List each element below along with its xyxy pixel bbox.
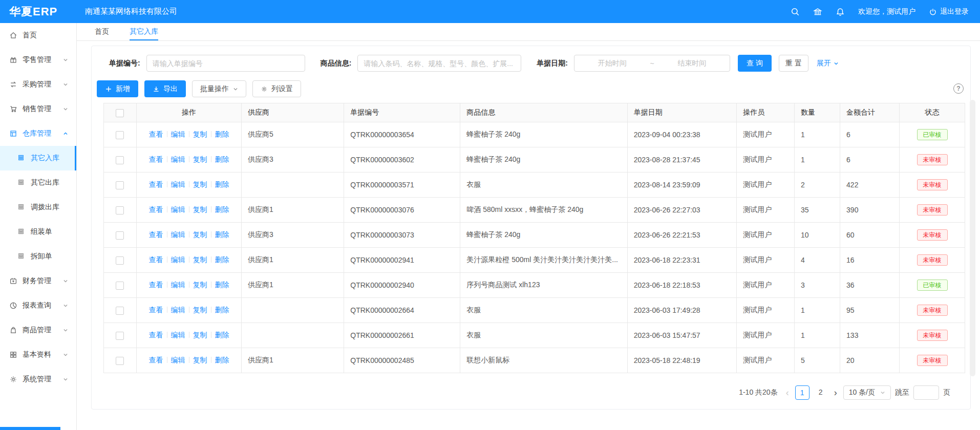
- batch-actions-button[interactable]: 批量操作: [192, 80, 246, 97]
- delete-link[interactable]: 删除: [215, 130, 229, 138]
- status-badge[interactable]: 未审核: [917, 154, 948, 165]
- date-range-input[interactable]: 开始时间 ~ 结束时间: [574, 55, 730, 72]
- status-badge[interactable]: 未审核: [917, 254, 948, 266]
- view-link[interactable]: 查看: [149, 230, 163, 239]
- sidebar-subitem-other-outbound[interactable]: 其它出库: [0, 170, 76, 195]
- row-checkbox[interactable]: [116, 231, 124, 240]
- edit-link[interactable]: 编辑: [171, 155, 185, 163]
- status-badge[interactable]: 未审核: [917, 229, 948, 241]
- sidebar-subitem-assembly[interactable]: 组装单: [0, 220, 76, 244]
- edit-link[interactable]: 编辑: [171, 230, 185, 239]
- row-checkbox[interactable]: [116, 332, 124, 340]
- expand-link[interactable]: 展开: [817, 59, 839, 68]
- copy-link[interactable]: 复制: [193, 130, 207, 138]
- status-badge[interactable]: 未审核: [917, 305, 948, 316]
- view-link[interactable]: 查看: [149, 155, 163, 163]
- delete-link[interactable]: 删除: [215, 306, 229, 314]
- edit-link[interactable]: 编辑: [171, 356, 185, 364]
- copy-link[interactable]: 复制: [193, 205, 207, 213]
- edit-link[interactable]: 编辑: [171, 331, 185, 339]
- edit-link[interactable]: 编辑: [171, 205, 185, 213]
- search-icon[interactable]: [791, 7, 800, 16]
- edit-link[interactable]: 编辑: [171, 130, 185, 138]
- view-link[interactable]: 查看: [149, 130, 163, 138]
- prev-page-button[interactable]: ‹: [784, 386, 791, 399]
- bill-no-input[interactable]: [146, 55, 305, 72]
- sidebar-subitem-other-inbound[interactable]: 其它入库: [0, 146, 76, 170]
- row-checkbox[interactable]: [116, 256, 124, 265]
- delete-link[interactable]: 删除: [215, 180, 229, 188]
- product-info-input[interactable]: [357, 55, 521, 72]
- edit-link[interactable]: 编辑: [171, 180, 185, 188]
- status-badge[interactable]: 未审核: [917, 179, 948, 190]
- bell-icon[interactable]: [836, 7, 845, 16]
- add-button[interactable]: 新增: [97, 80, 138, 97]
- select-all-checkbox[interactable]: [116, 109, 124, 117]
- copy-link[interactable]: 复制: [193, 331, 207, 339]
- page-button-1[interactable]: 1: [795, 385, 809, 400]
- row-checkbox[interactable]: [116, 156, 124, 164]
- view-link[interactable]: 查看: [149, 205, 163, 213]
- copy-link[interactable]: 复制: [193, 281, 207, 289]
- delete-link[interactable]: 删除: [215, 230, 229, 239]
- sidebar-item-finance[interactable]: 财务管理: [0, 269, 76, 293]
- table-scrollbar[interactable]: [970, 100, 975, 376]
- sidebar-item-warehouse[interactable]: 仓库管理: [0, 121, 76, 146]
- row-checkbox[interactable]: [116, 357, 124, 365]
- row-checkbox[interactable]: [116, 282, 124, 290]
- delete-link[interactable]: 删除: [215, 205, 229, 213]
- export-button[interactable]: 导出: [144, 80, 186, 97]
- view-link[interactable]: 查看: [149, 180, 163, 188]
- sidebar-item-sales[interactable]: 销售管理: [0, 97, 76, 121]
- delete-link[interactable]: 删除: [215, 155, 229, 163]
- view-link[interactable]: 查看: [149, 356, 163, 364]
- view-link[interactable]: 查看: [149, 281, 163, 289]
- copy-link[interactable]: 复制: [193, 230, 207, 239]
- logout-button[interactable]: 退出登录: [929, 7, 969, 16]
- sidebar-item-retail[interactable]: 零售管理: [0, 48, 76, 72]
- sidebar-subitem-transfer-outbound[interactable]: 调拨出库: [0, 195, 76, 220]
- reset-button[interactable]: 重 置: [779, 55, 808, 72]
- next-page-button[interactable]: ›: [832, 386, 839, 399]
- delete-link[interactable]: 删除: [215, 281, 229, 289]
- sidebar-item-home[interactable]: 首页: [0, 23, 76, 48]
- sidebar-item-report[interactable]: 报表查询: [0, 293, 76, 318]
- copy-link[interactable]: 复制: [193, 180, 207, 188]
- row-checkbox[interactable]: [116, 181, 124, 189]
- bank-icon[interactable]: [813, 7, 822, 16]
- sidebar-item-system[interactable]: 系统管理: [0, 367, 76, 392]
- delete-link[interactable]: 删除: [215, 356, 229, 364]
- page-size-select[interactable]: 10 条/页: [843, 385, 891, 400]
- sidebar-item-purchase[interactable]: 采购管理: [0, 72, 76, 97]
- status-badge[interactable]: 未审核: [917, 204, 948, 216]
- status-badge[interactable]: 未审核: [917, 355, 948, 366]
- edit-link[interactable]: 编辑: [171, 255, 185, 264]
- sidebar-item-basic[interactable]: 基本资料: [0, 342, 76, 367]
- view-link[interactable]: 查看: [149, 306, 163, 314]
- page-button-2[interactable]: 2: [814, 385, 828, 400]
- jump-page-input[interactable]: [913, 385, 939, 400]
- search-button[interactable]: 查 询: [738, 55, 772, 72]
- view-link[interactable]: 查看: [149, 331, 163, 339]
- copy-link[interactable]: 复制: [193, 255, 207, 264]
- copy-link[interactable]: 复制: [193, 155, 207, 163]
- sidebar-item-goods[interactable]: 商品管理: [0, 318, 76, 342]
- tab-home[interactable]: 首页: [95, 23, 109, 40]
- row-checkbox[interactable]: [116, 206, 124, 214]
- delete-link[interactable]: 删除: [215, 331, 229, 339]
- sidebar-subitem-disassembly[interactable]: 拆卸单: [0, 244, 76, 269]
- view-link[interactable]: 查看: [149, 255, 163, 264]
- copy-link[interactable]: 复制: [193, 356, 207, 364]
- delete-link[interactable]: 删除: [215, 255, 229, 264]
- edit-link[interactable]: 编辑: [171, 306, 185, 314]
- status-badge[interactable]: 已审核: [917, 280, 948, 291]
- edit-link[interactable]: 编辑: [171, 281, 185, 289]
- row-checkbox[interactable]: [116, 307, 124, 315]
- help-icon[interactable]: ?: [953, 83, 964, 94]
- column-settings-button[interactable]: 列设置: [252, 80, 301, 97]
- copy-link[interactable]: 复制: [193, 306, 207, 314]
- tab-other-inbound[interactable]: 其它入库: [130, 23, 158, 40]
- row-checkbox[interactable]: [116, 131, 124, 139]
- status-badge[interactable]: 未审核: [917, 330, 948, 341]
- welcome-user[interactable]: 欢迎您，测试用户: [858, 7, 915, 16]
